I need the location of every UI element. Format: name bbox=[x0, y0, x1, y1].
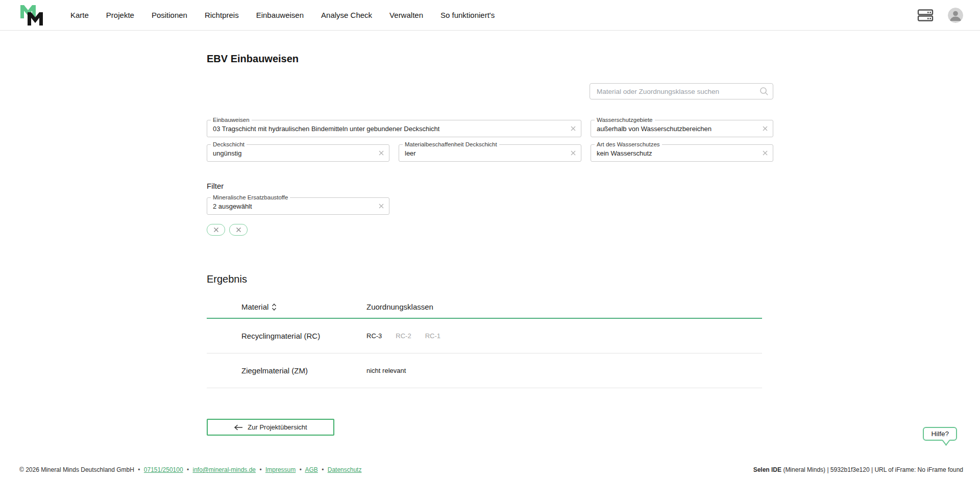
field-materialbeschaffenheit-value: leer bbox=[405, 149, 416, 157]
back-button-label: Zur Projektübersicht bbox=[248, 423, 307, 431]
field-deckschicht-value: ungünstig bbox=[213, 149, 241, 157]
zuordnungsklassen-cell: nicht relevant bbox=[366, 367, 762, 374]
footer-link-phone[interactable]: 07151/250100 bbox=[144, 466, 183, 473]
logo-icon bbox=[19, 4, 44, 27]
filter-chips bbox=[207, 224, 773, 236]
search-input[interactable] bbox=[596, 87, 760, 96]
filter-chip-remove-1[interactable] bbox=[207, 224, 225, 236]
column-header-zuordnungsklassen: Zuordnungsklassen bbox=[366, 302, 762, 311]
separator-dot: • bbox=[259, 466, 261, 473]
close-icon bbox=[213, 227, 219, 233]
back-to-project-overview-button[interactable]: Zur Projektübersicht bbox=[207, 419, 334, 436]
column-header-material-label: Material bbox=[241, 302, 268, 311]
sort-icon bbox=[272, 303, 277, 311]
close-icon bbox=[236, 227, 241, 233]
clear-icon[interactable] bbox=[378, 150, 384, 156]
top-navigation-bar: Karte Projekte Positionen Richtpreis Ein… bbox=[0, 0, 980, 31]
nav-item-analyse-check[interactable]: Analyse Check bbox=[321, 11, 372, 19]
clear-icon[interactable] bbox=[570, 125, 576, 132]
footer-link-impressum[interactable]: Impressum bbox=[265, 466, 296, 473]
footer-left: © 2026 Mineral Minds Deutschland GmbH • … bbox=[19, 466, 361, 473]
clear-icon[interactable] bbox=[378, 203, 384, 209]
table-row: Ziegelmaterial (ZM) nicht relevant bbox=[207, 353, 762, 388]
result-heading: Ergebnis bbox=[207, 273, 773, 285]
field-art-des-wasserschutzes-value: kein Wasserschutz bbox=[597, 149, 652, 157]
footer-ide-details: (Mineral Minds) | 5932b1f3e120 | URL of … bbox=[781, 466, 963, 473]
field-art-des-wasserschutzes[interactable]: Art des Wasserschutzes kein Wasserschutz bbox=[591, 144, 773, 162]
help-button[interactable]: Hilfe? bbox=[923, 427, 957, 441]
selection-fields: Einbauweisen 03 Tragschicht mit hydrauli… bbox=[207, 120, 773, 162]
filter-chip-remove-2[interactable] bbox=[229, 224, 248, 236]
footer-debug-info: Selen IDE (Mineral Minds) | 5932b1f3e120… bbox=[753, 466, 963, 473]
search-box bbox=[590, 83, 773, 99]
avatar-icon bbox=[948, 8, 963, 23]
field-materialbeschaffenheit[interactable]: Materialbeschaffenheit Deckschicht leer bbox=[399, 144, 581, 162]
field-wasserschutzgebiete[interactable]: Wasserschutzgebiete außerhalb von Wasser… bbox=[591, 120, 773, 137]
filter-heading: Filter bbox=[207, 182, 773, 190]
page: Karte Projekte Positionen Richtpreis Ein… bbox=[0, 0, 980, 481]
topbar-right bbox=[917, 8, 963, 23]
nav-item-so-funktionierts[interactable]: So funktioniert's bbox=[440, 11, 495, 19]
clear-icon[interactable] bbox=[762, 125, 768, 132]
footer: © 2026 Mineral Minds Deutschland GmbH • … bbox=[0, 461, 980, 481]
footer-ide-label: Selen IDE bbox=[753, 466, 781, 473]
field-art-des-wasserschutzes-label: Art des Wasserschutzes bbox=[595, 141, 662, 148]
clear-icon[interactable] bbox=[570, 150, 576, 156]
zuordnungsklasse-badge: RC-3 bbox=[366, 332, 382, 340]
main-content: EBV Einbauweisen Einbauweisen 03 Tragsch… bbox=[207, 31, 773, 436]
field-einbauweisen[interactable]: Einbauweisen 03 Tragschicht mit hydrauli… bbox=[207, 120, 581, 137]
footer-link-datenschutz[interactable]: Datenschutz bbox=[328, 466, 362, 473]
field-wasserschutzgebiete-value: außerhalb von Wasserschutzbereichen bbox=[597, 125, 712, 133]
table-header-row: Material Zuordnungsklassen bbox=[207, 297, 762, 319]
clear-icon[interactable] bbox=[762, 150, 768, 156]
server-icon[interactable] bbox=[917, 9, 934, 21]
zuordnungsklassen-cell: RC-3 RC-2 RC-1 bbox=[366, 332, 762, 340]
result-table: Material Zuordnungsklassen Recyclingmate… bbox=[207, 297, 762, 388]
nav-item-verwalten[interactable]: Verwalten bbox=[389, 11, 423, 19]
mineral-minds-logo[interactable] bbox=[19, 4, 44, 27]
help-button-label: Hilfe? bbox=[931, 430, 949, 438]
field-wasserschutzgebiete-label: Wasserschutzgebiete bbox=[595, 116, 655, 123]
user-avatar[interactable] bbox=[948, 8, 963, 23]
footer-link-email[interactable]: info@mineral-minds.de bbox=[192, 466, 256, 473]
nav-item-richtpreis[interactable]: Richtpreis bbox=[205, 11, 239, 19]
arrow-left-icon bbox=[234, 424, 243, 431]
zuordnungsklasse-badge: RC-1 bbox=[425, 332, 440, 340]
zuordnungsklasse-badge: nicht relevant bbox=[366, 367, 406, 374]
field-mineralische-ersatzbaustoffe-value: 2 ausgewählt bbox=[213, 202, 252, 210]
search-icon[interactable] bbox=[760, 87, 769, 96]
field-einbauweisen-value: 03 Tragschicht mit hydraulischen Bindemi… bbox=[213, 125, 439, 133]
material-cell: Ziegelmaterial (ZM) bbox=[241, 366, 366, 375]
nav-item-positionen[interactable]: Positionen bbox=[152, 11, 187, 19]
material-cell: Recyclingmaterial (RC) bbox=[241, 332, 366, 340]
separator-dot: • bbox=[322, 466, 324, 473]
search-row bbox=[207, 83, 773, 99]
field-einbauweisen-label: Einbauweisen bbox=[211, 116, 252, 123]
copyright-text: © 2026 Mineral Minds Deutschland GmbH bbox=[19, 466, 134, 473]
table-row: Recyclingmaterial (RC) RC-3 RC-2 RC-1 bbox=[207, 319, 762, 353]
main-navigation: Karte Projekte Positionen Richtpreis Ein… bbox=[70, 11, 495, 19]
separator-dot: • bbox=[187, 466, 189, 473]
footer-link-agb[interactable]: AGB bbox=[305, 466, 318, 473]
zuordnungsklasse-badge: RC-2 bbox=[396, 332, 411, 340]
field-mineralische-ersatzbaustoffe-label: Mineralische Ersatzbaustoffe bbox=[211, 194, 290, 201]
separator-dot: • bbox=[300, 466, 302, 473]
field-deckschicht[interactable]: Deckschicht ungünstig bbox=[207, 144, 389, 162]
field-materialbeschaffenheit-label: Materialbeschaffenheit Deckschicht bbox=[403, 141, 499, 148]
column-header-zuordnungsklassen-label: Zuordnungsklassen bbox=[366, 302, 433, 311]
page-title: EBV Einbauweisen bbox=[207, 53, 773, 65]
nav-item-einbauweisen[interactable]: Einbauweisen bbox=[256, 11, 304, 19]
column-header-material[interactable]: Material bbox=[241, 302, 366, 311]
nav-item-projekte[interactable]: Projekte bbox=[106, 11, 134, 19]
nav-item-karte[interactable]: Karte bbox=[70, 11, 89, 19]
field-deckschicht-label: Deckschicht bbox=[211, 141, 247, 148]
field-mineralische-ersatzbaustoffe[interactable]: Mineralische Ersatzbaustoffe 2 ausgewähl… bbox=[207, 197, 389, 215]
separator-dot: • bbox=[138, 466, 140, 473]
